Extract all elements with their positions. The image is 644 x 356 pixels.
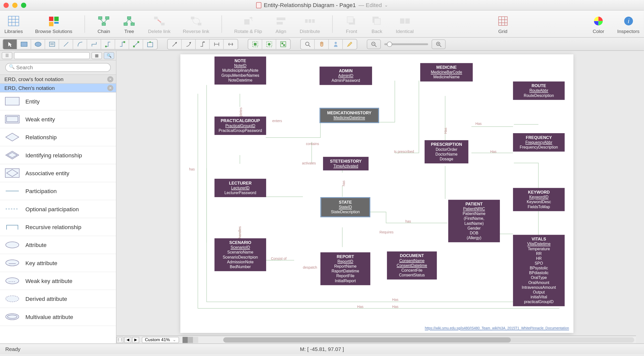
sidebar-grid-view[interactable]: ▦ [92,52,102,59]
arrow-tool-3[interactable] [196,39,210,49]
browse-solutions-button[interactable]: Browse Solutions [35,14,72,34]
entity-document[interactable]: DOCUMENTConsentNameConsentDatetimeConcen… [387,252,437,279]
entity-keyword[interactable]: KEYWORDKeywordIDKeywordDescFieldsToMap [513,188,565,211]
shape-participation[interactable]: Participation [0,182,116,200]
svg-rect-49 [123,41,125,43]
entity-frequency[interactable]: FREQUENCYFrequencyAbbrFrequencyDescripti… [513,133,565,152]
info-icon: i [622,14,635,27]
page-next[interactable]: ▶ [132,337,139,343]
inspectors-button[interactable]: i Inspectors [617,14,639,34]
svg-rect-8 [54,22,58,23]
rect-tool[interactable] [17,39,31,49]
connector-tool-2[interactable] [87,39,101,49]
shape-weak-entity[interactable]: Weak entity [0,110,116,128]
entity-prescription[interactable]: PRESCRIPTIONDoctorOrderDoctorNameDosage [425,140,468,163]
shape-identifying-relationship[interactable]: Identifying relationship [0,146,116,164]
category-chen[interactable]: ERD, Chen's notation × [0,84,116,92]
insert-tool[interactable] [143,39,157,49]
entity-patient[interactable]: PATIENTPatientNRICPatientName(FirstName,… [448,200,500,242]
shape-list: Entity Weak entity Relationship Identify… [0,92,116,343]
identical-button: Identical [396,14,414,34]
entity-stetehistory[interactable]: STETEHISTORYTimeActivated [323,157,369,170]
entity-state[interactable]: STATEStateIDStateDescription [320,197,370,217]
ellipse-tool[interactable] [31,39,45,49]
entity-medicine[interactable]: MEDICINEMedicineBarCodeMedicineName [420,63,473,82]
arrow-tool-2[interactable] [182,39,196,49]
color-button[interactable]: Color [592,14,605,34]
entity-admin[interactable]: ADMINAdminIDAdminPassword [319,66,372,85]
rel-isprescribed: Is prescribed [394,150,414,154]
shape-associative-entity[interactable]: Associative entity [0,164,116,182]
page-split-handle[interactable]: ⋮⋮ [116,337,124,343]
grid-button[interactable]: Grid [496,14,509,34]
minimize-window-button[interactable] [12,3,18,8]
connector-tool-1[interactable] [73,39,87,49]
canvas-area[interactable]: completes enters contains activates has … [116,51,644,343]
diagram-page[interactable]: completes enters contains activates has … [180,54,574,333]
dimension-tool-2[interactable] [224,39,238,49]
person-tool[interactable] [329,39,343,49]
connector-tool-5[interactable] [129,39,143,49]
solutions-icon [47,14,60,27]
group-tool-1[interactable] [248,39,262,49]
entity-route[interactable]: ROUTERouteAbbrRouteDescription [513,82,565,100]
shape-key-attribute[interactable]: Key attribute [0,254,116,272]
sidebar-view-toggle[interactable]: ☰ [2,52,12,59]
svg-rect-88 [5,169,19,177]
entity-vitals[interactable]: VITALSVitalDatetimeTemperatureRRHRSPOBPs… [513,235,565,306]
entity-practicalgroup[interactable]: PRACTICALGROUPPracticalGroupIDPracticalG… [215,117,266,135]
close-icon[interactable]: × [107,76,113,82]
zoom-window-button[interactable] [21,3,26,8]
group-tool-2[interactable] [262,39,276,49]
statusbar: Ready M: [ -45.81, 97.07 ] [0,343,644,354]
entity-medicationhistory[interactable]: MEDICATIONHISTORYMedicineDatetime [319,108,379,123]
zoom-tool[interactable] [301,39,315,49]
shape-optional-participation[interactable]: Optional participation [0,200,116,218]
entity-scenario[interactable]: SCENARIOScenarioIDScenarioNameScenarioDe… [215,238,266,271]
horizontal-scrollbar[interactable] [221,336,636,343]
shape-attribute[interactable]: Attribute [0,236,116,254]
group-tool-3[interactable] [276,39,290,49]
close-icon[interactable]: × [107,85,113,91]
chain-button[interactable]: Chain [97,14,110,34]
entity-report[interactable]: REPORTReportIDReportNameRaportDatetimeRe… [320,252,370,285]
search-input[interactable] [5,63,111,72]
zoom-slider[interactable] [384,43,428,45]
svg-rect-29 [347,16,353,22]
svg-point-72 [305,42,309,45]
category-crows-foot[interactable]: ERD, crow's foot notation × [0,75,116,84]
sidebar-filter-field[interactable] [14,52,90,59]
footer-link[interactable]: https://wiki.smu.edu.sg/is480/IS480_Team… [425,326,569,330]
shape-recursive-relationship[interactable]: Recursive relationship [0,218,116,236]
line-tool[interactable] [59,39,73,49]
entity-note[interactable]: NOTENoteIDMultidisciplinaryNoteGropuMemb… [215,56,266,84]
dimension-tool-1[interactable] [210,39,224,49]
connector-tool-3[interactable] [101,39,115,49]
identical-icon [398,14,411,27]
arrow-tool-1[interactable] [168,39,182,49]
zoom-display[interactable]: Custom 41%⌄ [142,337,179,343]
rel-activates: activates [302,161,316,165]
zoom-out-button[interactable] [367,39,381,49]
shape-derived-attribute[interactable]: Derived attribute [0,290,116,308]
shape-entity[interactable]: Entity [0,92,116,110]
libraries-button[interactable]: Libraries [4,14,23,34]
entity-lecturer[interactable]: LECTURERLecturerIDLecturerPassword [215,179,266,197]
hand-tool[interactable] [315,39,329,49]
shape-multivalue-attribute[interactable]: Multivalue attribute [0,308,116,326]
tree-button[interactable]: Tree [123,14,136,34]
highlighter-tool[interactable] [343,39,357,49]
title-menu-chevron-icon[interactable]: ⌄ [384,3,388,7]
shape-relationship[interactable]: Relationship [0,128,116,146]
distribute-icon [303,14,316,27]
pointer-tool[interactable] [3,39,17,49]
zoom-in-button[interactable] [432,39,446,49]
shape-weak-key-attribute[interactable]: Weak key attribute [0,272,116,290]
sidebar-search-toggle[interactable]: 🔍 [104,52,114,59]
page-prev[interactable]: ◀ [124,337,131,343]
close-window-button[interactable] [4,3,9,8]
text-tool[interactable] [45,39,59,49]
connector-tool-4[interactable] [115,39,129,49]
svg-rect-13 [124,23,128,25]
svg-rect-9 [99,16,102,19]
